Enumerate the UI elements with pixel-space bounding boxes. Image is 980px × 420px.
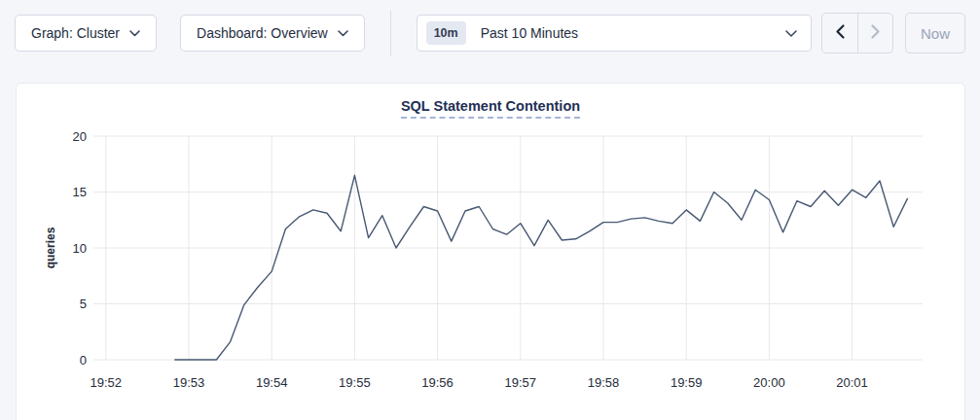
metrics-page: Graph: Cluster Dashboard: Overview 10m P… <box>0 0 980 420</box>
series-line <box>175 175 908 360</box>
x-axis-tick-label: 20:01 <box>836 375 868 390</box>
y-axis-tick-label: 10 <box>73 241 87 256</box>
chart-card: SQL Statement Contention 0510152019:5219… <box>16 83 965 420</box>
y-axis-title: queries <box>44 227 57 268</box>
x-axis-tick-label: 19:59 <box>671 375 703 390</box>
dashboard-dropdown-label: Dashboard: Overview <box>197 25 328 41</box>
chevron-down-icon <box>785 24 797 42</box>
y-axis-tick-label: 0 <box>80 353 87 368</box>
graph-dropdown[interactable]: Graph: Cluster <box>15 15 157 52</box>
now-button[interactable]: Now <box>905 13 965 53</box>
dashboard-dropdown[interactable]: Dashboard: Overview <box>180 15 365 52</box>
time-window-badge: 10m <box>426 21 466 45</box>
toolbar-divider <box>390 11 391 55</box>
y-axis-tick-label: 5 <box>80 297 87 311</box>
time-window-label: Past 10 Minutes <box>481 25 785 41</box>
time-step-buttons <box>821 13 893 53</box>
x-axis-tick-label: 19:53 <box>173 375 205 390</box>
x-axis-tick-label: 19:54 <box>256 375 288 390</box>
x-axis-tick-label: 19:56 <box>421 375 454 390</box>
next-time-button[interactable] <box>857 14 892 52</box>
x-axis-tick-label: 19:55 <box>339 375 371 390</box>
graph-dropdown-label: Graph: Cluster <box>31 25 120 41</box>
x-axis-tick-label: 19:58 <box>588 375 620 390</box>
chart-title: SQL Statement Contention <box>17 97 964 119</box>
x-axis-tick-label: 20:00 <box>753 375 785 390</box>
y-axis-tick-label: 15 <box>73 185 87 199</box>
y-axis-tick-label: 20 <box>73 129 87 144</box>
toolbar: Graph: Cluster Dashboard: Overview 10m P… <box>0 0 980 53</box>
x-axis-tick-label: 19:57 <box>505 375 537 390</box>
chevron-right-icon <box>869 23 882 43</box>
chevron-down-icon <box>338 30 348 37</box>
x-axis-tick-label: 19:52 <box>91 375 123 390</box>
previous-time-button[interactable] <box>822 14 857 52</box>
line-chart-svg[interactable]: 0510152019:5219:5319:5419:5519:5619:5719… <box>17 128 966 410</box>
chevron-down-icon <box>129 30 140 37</box>
chart-title-text[interactable]: SQL Statement Contention <box>401 98 580 119</box>
time-range-picker[interactable]: 10m Past 10 Minutes <box>417 15 812 52</box>
sql-statement-contention-chart[interactable]: 0510152019:5219:5319:5419:5519:5619:5719… <box>17 128 966 410</box>
chevron-left-icon <box>834 23 847 43</box>
